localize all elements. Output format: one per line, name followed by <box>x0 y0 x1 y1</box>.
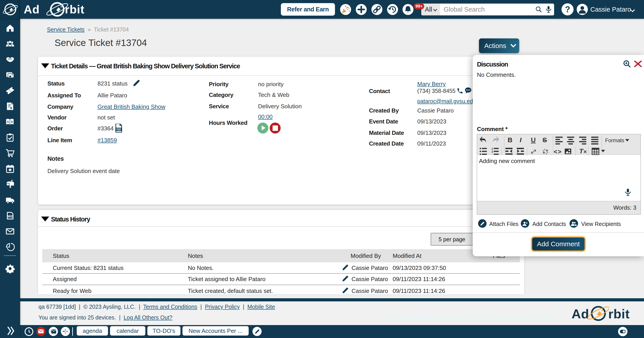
svg-text:PDF: PDF <box>116 128 121 131</box>
svg-text:2: 2 <box>492 150 493 153</box>
svg-text:A: A <box>7 120 9 124</box>
svg-text:$: $ <box>11 120 13 124</box>
svg-text:$: $ <box>10 106 12 110</box>
svg-text:W2: W2 <box>8 214 12 218</box>
